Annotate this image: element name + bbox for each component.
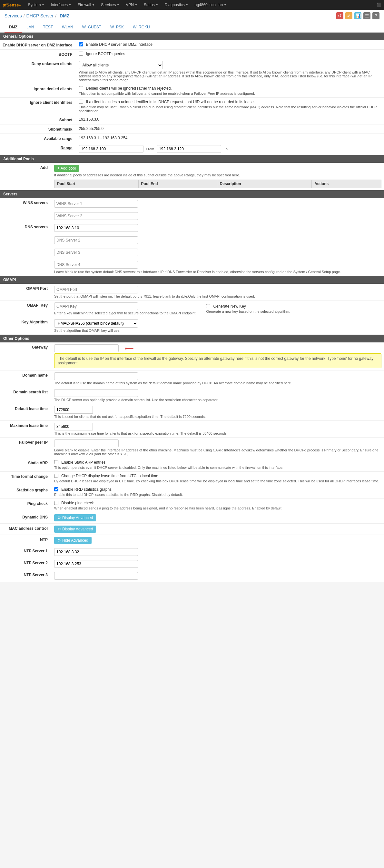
ignore-denied-row: Ignore denied clients Denied clients wil… xyxy=(0,84,384,98)
reload-icon[interactable]: ↺ xyxy=(336,12,343,19)
nav-hostname[interactable]: ag4860.local.lan ▼ xyxy=(192,0,230,10)
max-lease-input[interactable] xyxy=(54,423,93,430)
omapi-port-help: Set the port that OMAPI will listen on. … xyxy=(54,294,381,298)
ping-check-value: Disable ping check When enabled dhcpd se… xyxy=(52,499,384,513)
tab-test[interactable]: TEST xyxy=(38,22,57,33)
domain-search-value: The DHCP server can optionally provide a… xyxy=(52,387,384,404)
domain-search-help: The DHCP server can optionally provide a… xyxy=(54,398,381,402)
dns-server3-input[interactable] xyxy=(54,249,138,256)
dynamic-dns-row: Dynamic DNS ⚙ Display Advanced xyxy=(0,513,384,524)
breadcrumb-bar: Services / DHCP Server / DMZ ↺ ✔ 📊 ☰ ? xyxy=(0,10,384,22)
stats-checkbox[interactable] xyxy=(54,487,58,491)
default-lease-wrapper xyxy=(54,406,381,414)
tab-wpsk[interactable]: W_PSK xyxy=(106,22,128,33)
ntp-server3-input[interactable] xyxy=(54,572,138,580)
nav-services[interactable]: Services ▼ xyxy=(98,0,123,10)
list-icon[interactable]: ☰ xyxy=(363,12,371,19)
ignore-client-id-text: If a client includes a unique identifier… xyxy=(86,100,255,104)
ntp-server1-input[interactable] xyxy=(54,548,138,556)
wins-label: WINS servers xyxy=(0,198,52,222)
dns-server1-input[interactable] xyxy=(54,224,138,232)
check-icon[interactable]: ✔ xyxy=(345,12,352,19)
nav-system[interactable]: System ▼ xyxy=(25,0,47,10)
nav-external-icon[interactable]: ⬛ xyxy=(377,3,381,7)
ping-check-checkbox[interactable] xyxy=(54,501,58,505)
nav-diagnostics[interactable]: Diagnostics ▼ xyxy=(162,0,192,10)
ignore-denied-checkbox[interactable] xyxy=(79,86,83,90)
breadcrumb-services[interactable]: Services xyxy=(4,13,22,19)
wins-server2-input[interactable] xyxy=(54,212,138,220)
mac-address-button[interactable]: ⚙ Display Advanced xyxy=(54,526,96,533)
tab-wroku[interactable]: W_ROKU xyxy=(128,22,154,33)
nav-status[interactable]: Status ▼ xyxy=(140,0,162,10)
time-format-checkbox-label: Change DHCP display lease time from UTC … xyxy=(54,474,381,478)
ntp-server1-row: NTP Server 1 xyxy=(0,546,384,558)
range-value: From To xyxy=(76,143,384,155)
help-icon[interactable]: ? xyxy=(373,12,380,19)
nav-interfaces[interactable]: Interfaces ▼ xyxy=(47,0,74,10)
deny-unknown-label: Deny unknown clients xyxy=(0,59,76,84)
tab-lan[interactable]: LAN xyxy=(22,22,38,33)
domain-search-label: Domain search list xyxy=(0,387,52,404)
wins-server1-input[interactable] xyxy=(54,200,138,208)
wins-value xyxy=(52,198,384,222)
default-lease-input[interactable] xyxy=(54,406,93,414)
domain-name-help: The default is to use the domain name of… xyxy=(54,381,381,385)
dynamic-dns-button[interactable]: ⚙ Display Advanced xyxy=(54,514,96,521)
range-to-input[interactable] xyxy=(157,145,221,153)
ntp-button[interactable]: ⚙ Hide Advanced xyxy=(54,537,92,544)
breadcrumb-dhcp[interactable]: DHCP Server xyxy=(26,13,54,19)
ntp-server2-value xyxy=(52,558,384,570)
dns-server4-input[interactable] xyxy=(54,261,138,269)
additional-pools-section: Additional Pools Add + Add pool If addit… xyxy=(0,155,384,190)
omapi-port-input[interactable] xyxy=(54,286,138,293)
range-from-input[interactable] xyxy=(79,145,143,153)
failover-ip-label: Failover peer IP xyxy=(0,438,52,458)
dns-server2-input[interactable] xyxy=(54,236,138,244)
deny-unknown-value: Allow all clients Allow known clients Al… xyxy=(76,59,384,84)
static-arp-checkbox[interactable] xyxy=(54,460,58,464)
dns-row: DNS servers Leave blank to use the syste… xyxy=(0,222,384,276)
add-pool-button[interactable]: + Add pool xyxy=(54,165,79,172)
max-lease-wrapper xyxy=(54,423,381,430)
general-options-table: Enable DHCP server on DMZ interface Enab… xyxy=(0,40,384,155)
omapi-key-input[interactable] xyxy=(54,303,138,310)
ping-check-row: Ping check Disable ping check When enabl… xyxy=(0,499,384,513)
ntp-server2-input[interactable] xyxy=(54,560,138,568)
deny-unknown-select[interactable]: Allow all clients Allow known clients Al… xyxy=(79,61,163,69)
gateway-row: Gateway ⟵ The default is to use the IP o… xyxy=(0,342,384,370)
tab-wguest[interactable]: W_GUEST xyxy=(78,22,106,33)
domain-name-input[interactable] xyxy=(54,372,138,380)
gateway-input[interactable] xyxy=(54,344,119,352)
enable-checkbox[interactable] xyxy=(79,42,83,46)
nav-firewall[interactable]: Firewall ▼ xyxy=(74,0,98,10)
gateway-label: Gateway xyxy=(0,342,52,370)
key-algorithm-row: Key Algorithm HMAC-MD5 HMAC-SHA1 HMAC-SH… xyxy=(0,317,384,335)
nav-vpn[interactable]: VPN ▼ xyxy=(123,0,140,10)
bootp-checkbox[interactable] xyxy=(79,52,83,56)
ntp-value: ⚙ Hide Advanced xyxy=(52,535,384,546)
subnet-label: Subnet xyxy=(0,115,76,124)
chart-icon[interactable]: 📊 xyxy=(354,12,361,19)
omapi-key-left: Enter a key matching the selected algori… xyxy=(54,303,196,315)
tab-wlan[interactable]: WLAN xyxy=(57,22,78,33)
key-algorithm-select[interactable]: HMAC-MD5 HMAC-SHA1 HMAC-SHA224 HMAC-SHA2… xyxy=(54,319,138,328)
add-pool-row: Add + Add pool If additional pools of ad… xyxy=(0,163,384,190)
other-options-table: Gateway ⟵ The default is to use the IP o… xyxy=(0,342,384,582)
failover-ip-input[interactable] xyxy=(54,439,119,447)
time-format-checkbox[interactable] xyxy=(54,474,58,478)
failover-ip-help: Leave blank to disable. Enter the interf… xyxy=(54,448,381,456)
brand: pfSense+ xyxy=(3,3,21,7)
mac-address-button-label: Display Advanced xyxy=(62,527,93,531)
range-label: Range xyxy=(0,143,76,155)
bootp-checkbox-label: Ignore BOOTP queries xyxy=(79,52,381,56)
tab-dmz[interactable]: DMZ xyxy=(4,22,22,33)
available-range-display: 192.168.3.1 - 192.168.3.254 xyxy=(79,136,128,140)
servers-header: Servers xyxy=(0,190,384,198)
domain-search-input[interactable] xyxy=(54,389,138,397)
generate-key-checkbox[interactable] xyxy=(206,304,210,308)
pool-end-header: Pool End xyxy=(138,180,217,188)
servers-section: Servers WINS servers DNS servers Leave b… xyxy=(0,190,384,276)
ignore-client-id-checkbox[interactable] xyxy=(79,100,83,104)
ignore-client-id-label: Ignore client identifiers xyxy=(0,98,76,115)
